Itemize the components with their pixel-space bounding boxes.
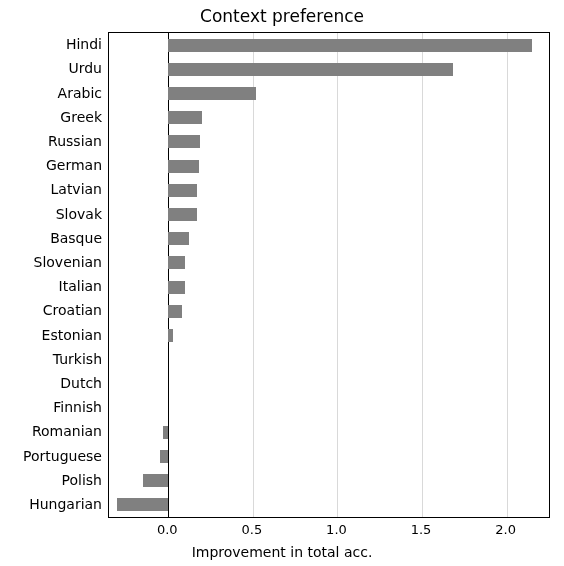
y-tick-label: Portuguese [23, 448, 102, 464]
bar [117, 498, 168, 511]
x-tick-label: 0.5 [242, 522, 263, 537]
zero-line [168, 33, 169, 517]
x-tick-label: 1.5 [411, 522, 432, 537]
y-tick-label: Slovak [56, 206, 102, 222]
bar [168, 184, 197, 197]
x-tick-label: 1.0 [326, 522, 347, 537]
y-tick-label: German [46, 157, 102, 173]
plot-area [108, 32, 550, 518]
y-tick-label: Estonian [42, 327, 102, 343]
bar [168, 111, 202, 124]
x-tick-label: 2.0 [495, 522, 516, 537]
gridline [337, 33, 338, 517]
y-tick-label: Greek [60, 109, 102, 125]
bar [168, 281, 185, 294]
bar [168, 135, 200, 148]
y-tick-label: Romanian [32, 423, 102, 439]
bar [168, 63, 452, 76]
bar [168, 160, 198, 173]
bar [163, 426, 168, 439]
bar [168, 87, 256, 100]
y-tick-label: Arabic [58, 85, 102, 101]
y-tick-label: Dutch [60, 375, 102, 391]
y-tick-label: Finnish [53, 399, 102, 415]
bar [168, 329, 173, 342]
x-tick-label: 0.0 [157, 522, 178, 537]
bar [168, 232, 188, 245]
chart-title: Context preference [0, 6, 564, 26]
bar [168, 208, 197, 221]
gridline [422, 33, 423, 517]
y-tick-label: Basque [50, 230, 102, 246]
y-tick-label: Croatian [43, 302, 102, 318]
y-tick-label: Italian [59, 278, 102, 294]
bar [143, 474, 168, 487]
bar [168, 256, 185, 269]
y-tick-label: Hindi [66, 36, 102, 52]
bar [168, 305, 182, 318]
y-tick-label: Urdu [68, 60, 102, 76]
y-tick-label: Latvian [51, 181, 103, 197]
gridline [507, 33, 508, 517]
y-tick-label: Turkish [53, 351, 102, 367]
context-preference-chart: Context preference Improvement in total … [0, 0, 564, 566]
bar [160, 450, 168, 463]
x-axis-label: Improvement in total acc. [0, 544, 564, 560]
y-tick-label: Slovenian [34, 254, 102, 270]
bar [168, 39, 532, 52]
y-tick-label: Hungarian [29, 496, 102, 512]
y-tick-label: Russian [48, 133, 102, 149]
gridline [253, 33, 254, 517]
y-tick-label: Polish [62, 472, 102, 488]
